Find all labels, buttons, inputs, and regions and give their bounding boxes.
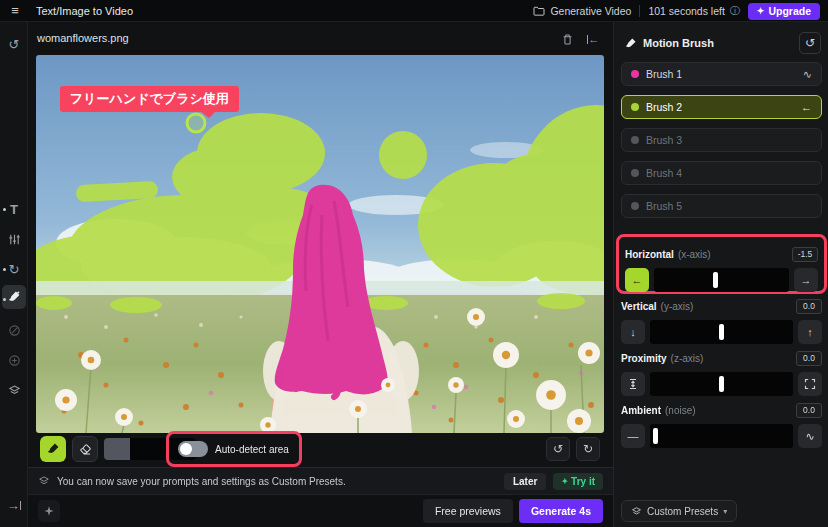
camera-motion-icon[interactable]: ↻	[0, 257, 28, 281]
horizontal-slider-handle[interactable]	[713, 272, 718, 288]
text-tool-icon[interactable]: T	[0, 197, 28, 221]
add-tool-icon[interactable]	[0, 348, 28, 372]
top-bar: ≡ Text/Image to Video Generative Video 1…	[0, 0, 828, 22]
try-it-button[interactable]: ✦ Try it	[553, 473, 603, 490]
brush-size-handle[interactable]	[104, 438, 130, 460]
brush-color-dot	[631, 70, 639, 78]
brush-mode-button[interactable]	[40, 436, 66, 462]
canvas-column: womanflowers.png ←	[28, 22, 613, 527]
collapse-left-icon[interactable]: ←	[584, 30, 602, 48]
slider-ambient: Ambient (noise) 0.0 — ∿	[621, 402, 822, 448]
sparkle-icon: ✦	[561, 477, 568, 486]
image-canvas[interactable]: フリーハンドでブラシ使用	[36, 55, 604, 433]
brush-label: Brush 4	[646, 167, 682, 179]
folder-icon	[533, 6, 545, 16]
auto-detect-label: Auto-detect area	[215, 444, 289, 455]
tool-sidebar: ↺ T ↻ →	[0, 22, 28, 527]
redo-button[interactable]: ↻	[576, 437, 600, 461]
banner-message: You can now save your prompts and settin…	[57, 476, 346, 487]
auto-detect-toggle[interactable]	[178, 441, 208, 457]
brush-color-dot	[631, 169, 639, 177]
chevron-down-icon: ▾	[723, 507, 727, 516]
info-icon[interactable]: ⓘ	[730, 4, 740, 18]
ambient-slider-handle[interactable]	[653, 428, 658, 444]
vertical-slider-handle[interactable]	[719, 324, 724, 340]
brush-label: Brush 2	[646, 101, 682, 113]
brush-item-2[interactable]: Brush 2 ←	[621, 95, 822, 119]
annotation-callout: フリーハンドでブラシ使用	[60, 86, 239, 112]
motion-brush-icon	[624, 37, 637, 50]
motion-brush-tool-icon[interactable]	[0, 285, 28, 309]
custom-presets-banner: You can now save your prompts and settin…	[28, 467, 613, 494]
slider-name: Proximity	[621, 353, 667, 364]
slider-axis: (x-axis)	[678, 249, 711, 260]
custom-presets-button[interactable]: Custom Presets ▾	[621, 500, 737, 522]
generate-button[interactable]: Generate 4s	[519, 499, 603, 523]
brush-item-5[interactable]: Brush 5	[621, 194, 822, 218]
vertical-up-button[interactable]: ↑	[798, 320, 822, 344]
canvas-header: womanflowers.png ←	[28, 22, 613, 55]
arrow-left-icon: ←	[801, 101, 812, 113]
page-title: Text/Image to Video	[36, 0, 133, 22]
try-it-label: Try it	[571, 476, 595, 487]
brush-color-dot	[631, 202, 639, 210]
brush-item-1[interactable]: Brush 1 ∿	[621, 62, 822, 86]
brush-label: Brush 3	[646, 134, 682, 146]
project-link[interactable]: Generative Video	[533, 5, 631, 17]
expand-panel-icon[interactable]: →	[0, 493, 28, 517]
eraser-button[interactable]	[72, 436, 98, 462]
menu-icon[interactable]: ≡	[7, 3, 23, 19]
brush-item-4[interactable]: Brush 4	[621, 161, 822, 185]
horizontal-right-button[interactable]: →	[794, 268, 818, 292]
sparkle-icon: ✦	[757, 6, 765, 16]
custom-presets-label: Custom Presets	[647, 506, 718, 517]
brush-color-dot	[631, 103, 639, 111]
slider-name: Vertical	[621, 301, 657, 312]
canvas-toolbar: Auto-detect area ↺ ↻	[28, 436, 613, 466]
mask-tool-icon[interactable]	[0, 318, 28, 342]
brush-label: Brush 5	[646, 200, 682, 212]
delete-image-icon[interactable]	[558, 30, 576, 48]
settings-sliders-icon[interactable]	[0, 227, 28, 251]
proximity-in-button[interactable]	[621, 372, 645, 396]
vertical-down-button[interactable]: ↓	[621, 320, 645, 344]
brush-color-dot	[631, 136, 639, 144]
proximity-slider-track[interactable]	[650, 372, 793, 396]
undo-button[interactable]: ↺	[546, 437, 570, 461]
topbar-right: Generative Video 101 seconds left ⓘ ✦ Up…	[533, 0, 820, 22]
toggle-knob	[180, 443, 192, 455]
slider-value-badge: 0.0	[796, 403, 822, 418]
session-reset-icon[interactable]: ↺	[0, 32, 28, 56]
slider-value-badge: 0.0	[796, 299, 822, 314]
proximity-out-button[interactable]	[798, 372, 822, 396]
horizontal-slider-track[interactable]	[654, 268, 789, 292]
preset-stack-icon	[38, 475, 50, 487]
auto-detect-highlight-box: Auto-detect area	[166, 431, 302, 467]
project-name: Generative Video	[550, 5, 631, 17]
panel-reset-button[interactable]: ↺	[799, 32, 821, 54]
slider-horizontal: Horizontal (x-axis) -1.5 ← →	[625, 246, 818, 292]
ambient-slider-track[interactable]	[650, 424, 793, 448]
slider-name: Ambient	[621, 405, 661, 416]
session-settings-button[interactable]	[38, 500, 60, 522]
panel-header: Motion Brush ↺	[624, 32, 821, 54]
proximity-slider-handle[interactable]	[719, 376, 724, 392]
layers-tool-icon[interactable]	[0, 378, 28, 402]
upgrade-label: Upgrade	[768, 5, 811, 17]
horizontal-left-button[interactable]: ←	[625, 268, 649, 292]
upgrade-button[interactable]: ✦ Upgrade	[748, 3, 820, 20]
ambient-max-button[interactable]: ∿	[798, 424, 822, 448]
horizontal-highlight-box: Horizontal (x-axis) -1.5 ← →	[616, 234, 827, 294]
free-previews-button[interactable]: Free previews	[423, 499, 513, 523]
slider-proximity: Proximity (z-axis) 0.0	[621, 350, 822, 396]
brush-label: Brush 1	[646, 68, 682, 80]
brush-item-3[interactable]: Brush 3	[621, 128, 822, 152]
slider-vertical: Vertical (y-axis) 0.0 ↓ ↑	[621, 298, 822, 344]
later-button[interactable]: Later	[504, 473, 546, 490]
credits-label: 101 seconds left	[648, 5, 724, 17]
app-window: ≡ Text/Image to Video Generative Video 1…	[0, 0, 828, 527]
slider-name: Horizontal	[625, 249, 674, 260]
ambient-min-button[interactable]: —	[621, 424, 645, 448]
slider-value-badge: -1.5	[792, 247, 818, 262]
vertical-slider-track[interactable]	[650, 320, 793, 344]
